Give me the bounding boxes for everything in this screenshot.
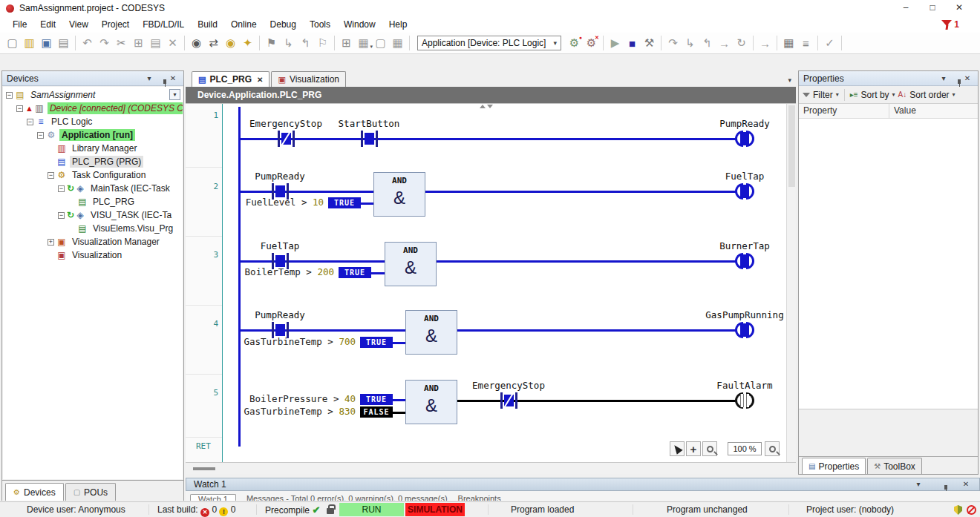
device-switch-dropdown[interactable]: ▾ (169, 89, 180, 100)
coil-BurnerTap[interactable] (735, 253, 754, 269)
tab-plc-prg[interactable]: ▤ PLC_PRG ✕ (192, 71, 270, 87)
toolbar-run-to-cursor-button[interactable]: → (716, 34, 733, 52)
toolbar-next-bookmark-button[interactable]: ↳ (280, 34, 297, 52)
coil-FaultAlarm[interactable] (735, 392, 754, 409)
menu-fbdldil[interactable]: FBD/LD/IL (136, 18, 191, 31)
bottom-tab-messages[interactable]: Messages - Total 0 error(s), 0 warning(s… (246, 494, 448, 501)
watch-dropdown-icon[interactable]: ▾ (912, 480, 924, 488)
zoom-fit-button[interactable] (765, 441, 780, 456)
tree-item-visualization[interactable]: ▣Visualization (3, 248, 183, 262)
tab-list-dropdown-icon[interactable]: ▾ (788, 76, 791, 84)
online-value-true[interactable]: TRUE (360, 394, 393, 405)
toolbar-redo-button[interactable]: ↷ (96, 34, 113, 52)
online-value-true[interactable]: TRUE (360, 337, 393, 348)
contact-EmergencyStop[interactable] (278, 131, 295, 147)
menu-build[interactable]: Build (191, 18, 224, 31)
tree-item-visu-task-iec-ta[interactable]: −↻◈VISU_TASK (IEC-Ta (3, 208, 183, 222)
scrollbar-thumb[interactable] (788, 105, 795, 187)
filter-button[interactable]: Filter (813, 90, 833, 100)
online-value-false[interactable]: FALSE (360, 406, 393, 418)
toolbar-find-in-files-button[interactable]: ◉ (222, 34, 239, 52)
toolbar-step-into-button[interactable]: ↳ (682, 34, 699, 52)
online-value-true[interactable]: TRUE (339, 267, 371, 278)
toolbar-undo-button[interactable]: ↶ (79, 34, 96, 52)
filter-dropdown-icon[interactable]: ▾ (836, 91, 839, 98)
tab-visualization[interactable]: ▣ Visualization (271, 71, 346, 87)
tree-item-plc-prg[interactable]: ▤PLC_PRG (3, 195, 183, 208)
toolbar-delete-button[interactable]: ✕ (164, 34, 181, 52)
ladder-canvas[interactable]: 1EmergencyStopStartButtonPumpReady2PumpR… (186, 103, 796, 462)
toolbar-replace-button[interactable]: ⇄ (205, 34, 222, 52)
tree-expand-icon[interactable]: − (58, 212, 65, 219)
maximize-button[interactable]: □ (919, 0, 946, 16)
tree-item-visualization-manager[interactable]: +▣Visualization Manager (3, 235, 183, 248)
active-application-selector[interactable]: Application [Device: PLC Logic]▾ (417, 36, 561, 50)
tree-expand-icon[interactable]: − (58, 185, 65, 192)
coil-PumpReady[interactable] (735, 131, 754, 147)
toolbar-step-out-button[interactable]: ↰ (699, 34, 716, 52)
tree-item-samassignment[interactable]: −▤SamAssignment▾ (3, 88, 183, 102)
horizontal-scrollbar[interactable] (186, 462, 796, 474)
toolbar-clear-bookmarks-button[interactable]: ⚐ (314, 34, 331, 52)
toolbar-login-button[interactable]: ⚙● (566, 34, 583, 52)
properties-close-icon[interactable]: ✕ (961, 74, 973, 82)
tab-pous[interactable]: ▢ POUs (65, 483, 116, 501)
toolbar-start-button[interactable]: ▶ (607, 34, 624, 52)
tree-item-application-run[interactable]: −⚙Application [run] (3, 128, 183, 142)
toolbar-find-button[interactable]: ◉ (188, 34, 205, 52)
property-column-header[interactable]: Property (799, 104, 889, 118)
scrollbar-thumb[interactable] (193, 467, 215, 470)
toolbar-next-statement-button[interactable]: → (757, 34, 774, 52)
toolbar-copy-button[interactable]: ⊞ (130, 34, 147, 52)
menu-file[interactable]: File (6, 18, 33, 31)
menu-debug[interactable]: Debug (264, 18, 303, 31)
tree-item-maintask-iec-task[interactable]: −↻◈MainTask (IEC-Task (3, 182, 183, 195)
menu-help[interactable]: Help (382, 18, 414, 31)
toolbar-cut-button[interactable]: ✂ (113, 34, 130, 52)
contact-EmergencyStop[interactable] (500, 392, 517, 409)
value-column-header[interactable]: Value (889, 104, 978, 118)
vertical-scrollbar[interactable] (786, 104, 796, 462)
bottom-tab-watch[interactable]: Watch 1 (190, 494, 236, 501)
toolbar-force-values-button[interactable]: ▦ (780, 34, 797, 52)
tab-devices[interactable]: ⚙ Devices (5, 483, 64, 501)
coil-GasPumpRunning[interactable] (735, 322, 754, 338)
online-value-true[interactable]: TRUE (328, 197, 361, 208)
toolbar-build-button[interactable]: ⊞ (338, 34, 355, 52)
toolbar-static-analysis-button[interactable]: ✓ (821, 34, 838, 52)
tree-expand-icon[interactable]: − (48, 172, 54, 179)
tree-expand-icon[interactable]: − (6, 92, 13, 99)
minimize-button[interactable]: – (892, 0, 919, 16)
properties-dropdown-icon[interactable]: ▾ (938, 74, 950, 82)
toolbar-new-file-button[interactable]: ▢ (4, 34, 21, 52)
toolbar-previous-bookmark-button[interactable]: ↰ (297, 34, 314, 52)
toolbar-logout-button[interactable]: ⚙✕ (583, 34, 600, 52)
tree-expand-icon[interactable]: − (37, 132, 44, 139)
tree-expand-icon[interactable]: − (16, 105, 23, 112)
devices-close-icon[interactable]: ✕ (167, 74, 179, 82)
contact-StartButton[interactable] (361, 131, 378, 147)
zoom-tool-button[interactable] (702, 441, 717, 456)
toolbar-toggle-breakpoint-button[interactable]: ⚒ (641, 34, 658, 52)
and-block[interactable]: AND& (385, 242, 437, 286)
tree-item-visuelems-visu-prg[interactable]: ▤VisuElems.Visu_Prg (3, 222, 183, 235)
coil-FuelTap[interactable] (735, 183, 754, 200)
toolbar-open-file-button[interactable]: ▥ (21, 34, 38, 52)
tab-properties[interactable]: ▤ Properties (802, 458, 866, 474)
toolbar-replace-in-files-button[interactable]: ✦ (239, 34, 256, 52)
tree-expand-icon[interactable]: − (27, 119, 33, 125)
menu-tools[interactable]: Tools (303, 18, 337, 31)
properties-list[interactable] (799, 119, 978, 409)
sort-order-button[interactable]: Sort order (909, 90, 949, 100)
toolbar-print-button[interactable]: ▤ (55, 34, 72, 52)
toolbar-write-values-button[interactable]: ≡ (797, 34, 814, 52)
bottom-tab-breakpoints[interactable]: Breakpoints (458, 494, 501, 501)
pan-tool-button[interactable]: + (686, 441, 701, 456)
toolbar-event-config-button[interactable]: ▦ (389, 34, 406, 52)
menu-window[interactable]: Window (337, 18, 382, 31)
tab-toolbox[interactable]: ⚒ ToolBox (867, 458, 922, 474)
sort-by-button[interactable]: Sort by (861, 90, 889, 100)
tree-item-plc-prg-prg[interactable]: ▤PLC_PRG (PRG) (3, 155, 183, 168)
menu-online[interactable]: Online (224, 18, 264, 31)
tree-item-device-connected-codesys-cont[interactable]: −▲▥Device [connected] (CODESYS Cont (3, 102, 183, 115)
